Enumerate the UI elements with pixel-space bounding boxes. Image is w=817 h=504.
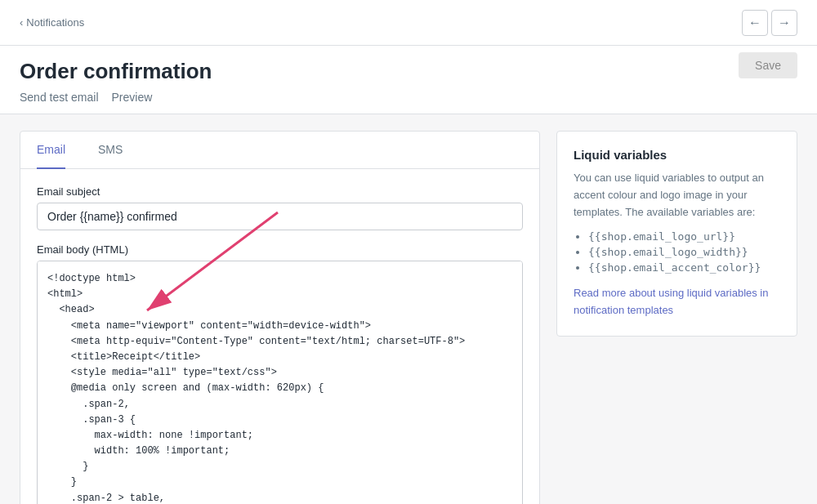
nav-forward-button[interactable]: → [771,10,797,36]
nav-back-button[interactable]: ← [742,10,768,36]
page-actions: Send test email Preview [20,91,797,114]
arrow-left-icon: ← [748,16,761,30]
sidebar-description: You can use liquid variables to output a… [574,170,780,221]
tabs: Email SMS [20,132,539,169]
body-label: Email body (HTML) [37,243,523,256]
subject-label: Email subject [37,185,523,198]
tab-content-email: Email subject Email body (HTML) [20,169,539,504]
sidebar-title: Liquid variables [574,148,780,162]
send-test-email-link[interactable]: Send test email [20,91,99,104]
nav-arrows: ← → [742,10,797,36]
back-chevron-icon: ‹ [20,16,23,29]
variable-item: {{shop.email_logo_url}} [588,230,780,243]
page-header: Order confirmation Send test email Previ… [0,46,817,114]
variable-item: {{shop.email_logo_width}} [588,246,780,258]
sidebar-panel: Liquid variables You can use liquid vari… [556,131,797,337]
tab-sms[interactable]: SMS [98,132,123,169]
tab-email[interactable]: Email [37,132,65,169]
variable-item: {{shop.email_accent_color}} [588,261,780,274]
content-area: Email SMS Email subject Email body (HTML… [0,114,817,504]
liquid-variables-link[interactable]: Read more about using liquid variables i… [574,287,768,316]
variables-list: {{shop.email_logo_url}} {{shop.email_log… [574,230,780,274]
top-bar: ‹ Notifications ← → [0,0,817,46]
arrow-right-icon: → [778,16,791,30]
breadcrumb-label: Notifications [26,16,84,29]
email-subject-input[interactable] [37,203,523,230]
email-body-textarea[interactable] [37,261,523,504]
save-button[interactable]: Save [739,52,797,78]
preview-link[interactable]: Preview [112,91,153,104]
main-panel: Email SMS Email subject Email body (HTML… [20,131,540,504]
page-title: Order confirmation [20,59,797,84]
breadcrumb[interactable]: ‹ Notifications [20,16,84,29]
